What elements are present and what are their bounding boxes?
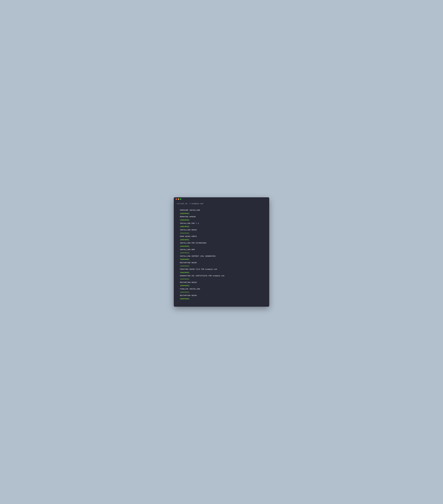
output-block: PREPAIRE INSTALLING[SUCCESS]REMOVING APA… <box>176 209 267 301</box>
step-line: INSTALLING PHP 8.1 <box>180 222 267 225</box>
status-success: [SUCCESS] <box>180 258 267 261</box>
command-flag: -d <box>188 203 190 205</box>
status-success: [SUCCESS] <box>180 238 267 241</box>
status-success: [SUCCESS] <box>180 265 267 268</box>
step-line: INSTALLING CERTBOT (SSL GENERATOR) <box>180 255 267 258</box>
status-success: [SUCCESS] <box>180 232 267 235</box>
status-success: [SUCCESS] <box>180 297 267 301</box>
terminal-window: ./script.sh -d example.com PREPAIRE INST… <box>174 197 269 307</box>
step-text: INSTALLING CERTBOT (SSL GENERATOR) <box>180 255 216 257</box>
step-text: INSTALLING PHP <box>180 222 196 224</box>
number-literal: 8 <box>196 222 197 224</box>
step-text: FINALIZE INSTALLING <box>180 288 200 290</box>
status-success: [SUCCESS] <box>180 212 267 215</box>
status-success: [SUCCESS] <box>180 225 267 228</box>
maximize-icon[interactable] <box>180 198 181 200</box>
status-success: [SUCCESS] <box>180 284 267 288</box>
step-text: GENERATING SSL CERTIFICATE FOR example.c… <box>180 275 224 277</box>
step-text: RESTARTING NGINX <box>180 282 197 284</box>
step-text: RESTARTING NGINX <box>180 262 197 264</box>
step-line: INSTALLING NPM <box>180 248 267 251</box>
step-line: RESTARTING NGINX <box>180 281 267 284</box>
command-arg: example.com <box>191 203 203 205</box>
step-text: INSTALLING PHP EXTENSIONS <box>180 242 206 244</box>
status-success: [SUCCESS] <box>180 291 267 294</box>
step-line: OPEN NGINX PORTS <box>180 235 267 238</box>
status-success: [SUCCESS] <box>180 218 267 222</box>
step-text: RESTARTING NGINX <box>180 295 197 297</box>
step-text: INSTALLING NPM <box>180 249 195 251</box>
step-line: INSTALLING NGINX <box>180 228 267 232</box>
terminal-body[interactable]: ./script.sh -d example.com PREPAIRE INST… <box>174 201 269 307</box>
status-success: [SUCCESS] <box>180 245 267 248</box>
step-text: INSTALLING NGINX <box>180 229 197 231</box>
step-line: CREATING NGINX FILE FOR example.com <box>180 268 267 271</box>
status-success: [SUCCESS] <box>180 251 267 255</box>
title-bar <box>174 197 269 201</box>
step-text: .1 <box>197 222 199 224</box>
step-line: GENERATING SSL CERTIFICATE FOR example.c… <box>180 274 267 278</box>
step-line: INSTALLING PHP EXTENSIONS <box>180 241 267 245</box>
step-text: CREATING NGINX FILE FOR example.com <box>180 268 217 270</box>
step-line: REMOVING APACHE <box>180 215 267 218</box>
step-line: RESTARTING NGINX <box>180 294 267 297</box>
step-text: PREPAIRE INSTALLING <box>180 209 200 211</box>
command-text: ./script.sh <box>176 203 187 205</box>
step-line: RESTARTING NGINX <box>180 261 267 265</box>
step-line: PREPAIRE INSTALLING <box>180 209 267 212</box>
step-text: REMOVING APACHE <box>180 216 196 218</box>
status-success: [SUCCESS] <box>180 271 267 274</box>
command-prompt-line: ./script.sh -d example.com <box>176 202 267 205</box>
status-success: [SUCCESS] <box>180 278 267 281</box>
minimize-icon[interactable] <box>178 198 179 200</box>
step-line: FINALIZE INSTALLING <box>180 288 267 291</box>
step-text: OPEN NGINX PORTS <box>180 235 197 237</box>
close-icon[interactable] <box>176 198 177 200</box>
